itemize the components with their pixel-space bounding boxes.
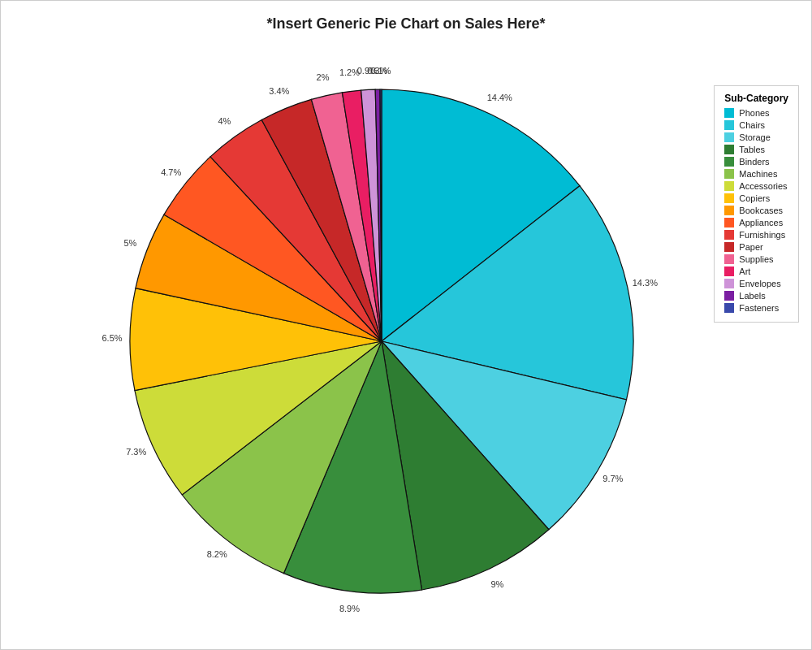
pie-label-storage: 9.7% — [603, 474, 623, 483]
legend-label-supplies: Supplies — [739, 254, 773, 264]
legend-item-appliances: Appliances — [724, 218, 788, 228]
legend-label-binders: Binders — [739, 157, 769, 167]
legend-label-chairs: Chairs — [739, 120, 765, 130]
pie-label-chairs: 14.3% — [633, 278, 658, 288]
legend-item-fasteners: Fasteners — [724, 303, 788, 313]
legend-item-furnishings: Furnishings — [724, 230, 788, 240]
legend-item-binders: Binders — [724, 157, 788, 167]
legend-label-phones: Phones — [739, 108, 769, 118]
legend-item-art: Art — [724, 266, 788, 276]
legend-label-appliances: Appliances — [739, 218, 783, 228]
legend-color-paper — [724, 242, 734, 252]
legend-item-accessories: Accessories — [724, 181, 788, 191]
legend-item-paper: Paper — [724, 242, 788, 252]
legend-color-copiers — [724, 193, 734, 203]
pie-chart: 14.4%14.3%9.7%9%8.9%8.2%7.3%6.5%5%4.7%4%… — [73, 41, 739, 626]
legend-item-phones: Phones — [724, 108, 788, 118]
legend-color-fasteners — [724, 303, 734, 313]
legend-label-bookcases: Bookcases — [739, 206, 783, 215]
legend-label-machines: Machines — [739, 169, 777, 179]
legend-color-supplies — [724, 254, 734, 264]
legend-label-tables: Tables — [739, 145, 765, 154]
legend-color-machines — [724, 169, 734, 179]
legend-color-envelopes — [724, 279, 734, 288]
legend-color-labels — [724, 291, 734, 301]
legend-color-furnishings — [724, 230, 734, 240]
legend-label-copiers: Copiers — [739, 193, 770, 203]
legend-color-bookcases — [724, 206, 734, 215]
legend-item-copiers: Copiers — [724, 193, 788, 203]
legend-label-envelopes: Envelopes — [739, 279, 780, 288]
chart-title: *Insert Generic Pie Chart on Sales Here* — [1, 1, 811, 41]
legend-item-labels: Labels — [724, 291, 788, 301]
legend: Sub-Category PhonesChairsStorageTablesBi… — [714, 85, 799, 323]
legend-label-paper: Paper — [739, 242, 762, 252]
legend-color-phones — [724, 108, 734, 118]
pie-label-phones: 14.4% — [487, 93, 512, 102]
legend-item-bookcases: Bookcases — [724, 206, 788, 215]
legend-item-supplies: Supplies — [724, 254, 788, 264]
legend-color-chairs — [724, 120, 734, 130]
pie-label-fasteners: 0.1% — [370, 66, 391, 76]
legend-item-chairs: Chairs — [724, 120, 788, 130]
legend-label-labels: Labels — [739, 291, 765, 301]
pie-label-furnishings: 4% — [218, 116, 231, 126]
pie-label-copiers: 6.5% — [102, 333, 122, 343]
legend-item-envelopes: Envelopes — [724, 279, 788, 288]
chart-area: 14.4%14.3%9.7%9%8.9%8.2%7.3%6.5%5%4.7%4%… — [1, 41, 811, 626]
pie-label-accessories: 7.3% — [126, 447, 146, 457]
legend-title: Sub-Category — [724, 93, 788, 104]
legend-color-appliances — [724, 218, 734, 228]
legend-label-accessories: Accessories — [739, 181, 787, 191]
legend-color-accessories — [724, 181, 734, 191]
legend-label-storage: Storage — [739, 132, 771, 142]
legend-color-tables — [724, 145, 734, 154]
legend-label-furnishings: Furnishings — [739, 230, 785, 240]
legend-label-art: Art — [739, 266, 750, 276]
pie-label-supplies: 2% — [317, 72, 330, 82]
pie-label-appliances: 4.7% — [161, 167, 181, 177]
pie-label-binders: 8.9% — [339, 604, 360, 613]
pie-label-machines: 8.2% — [207, 549, 227, 559]
legend-item-tables: Tables — [724, 145, 788, 154]
legend-color-art — [724, 266, 734, 276]
legend-label-fasteners: Fasteners — [739, 303, 779, 313]
legend-item-storage: Storage — [724, 132, 788, 142]
legend-color-binders — [724, 157, 734, 167]
legend-item-machines: Machines — [724, 169, 788, 179]
chart-container: *Insert Generic Pie Chart on Sales Here*… — [0, 0, 812, 650]
legend-color-storage — [724, 132, 734, 142]
pie-label-bookcases: 5% — [123, 238, 136, 248]
pie-label-paper: 3.4% — [269, 86, 289, 96]
pie-label-tables: 9% — [490, 579, 503, 589]
